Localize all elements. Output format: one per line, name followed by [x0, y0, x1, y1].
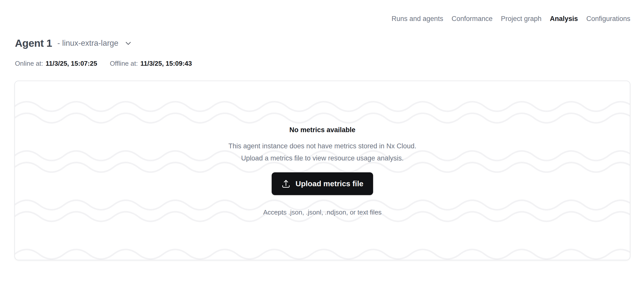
agent-name: Agent 1 [15, 37, 52, 50]
description-line-2: Upload a metrics file to view resource u… [228, 152, 416, 164]
empty-state-description: This agent instance does not have metric… [228, 140, 416, 164]
agent-header: Agent 1 - linux-extra-large Online at: 1… [15, 37, 192, 67]
empty-state-title: No metrics available [289, 125, 355, 135]
upload-icon [281, 179, 291, 189]
agent-status-row: Online at: 11/3/25, 15:07:25 Offline at:… [15, 60, 192, 67]
offline-at-value: 11/3/25, 15:09:43 [140, 60, 192, 67]
accepted-formats-note: Accepts .json, .jsonl, .ndjson, or text … [263, 208, 381, 217]
online-at-label: Online at: [15, 60, 43, 67]
online-at-value: 11/3/25, 15:07:25 [46, 60, 97, 67]
upload-metrics-file-button[interactable]: Upload metrics file [272, 172, 373, 195]
agent-variant: - linux-extra-large [57, 37, 118, 50]
nav-item-analysis[interactable]: Analysis [550, 14, 578, 23]
agent-selector[interactable]: Agent 1 - linux-extra-large [15, 37, 192, 50]
upload-button-label: Upload metrics file [295, 179, 363, 188]
nav-item-conformance[interactable]: Conformance [452, 14, 492, 23]
nav-item-project-graph[interactable]: Project graph [501, 14, 542, 23]
chevron-down-icon[interactable] [124, 39, 133, 48]
metrics-card: No metrics available This agent instance… [14, 81, 630, 260]
offline-at-label: Offline at: [110, 60, 138, 67]
nav-item-runs-and-agents[interactable]: Runs and agents [392, 14, 443, 23]
nav-item-configurations[interactable]: Configurations [586, 14, 630, 23]
top-nav: Runs and agents Conformance Project grap… [392, 14, 630, 23]
description-line-1: This agent instance does not have metric… [228, 140, 416, 152]
empty-state: No metrics available This agent instance… [15, 81, 630, 260]
